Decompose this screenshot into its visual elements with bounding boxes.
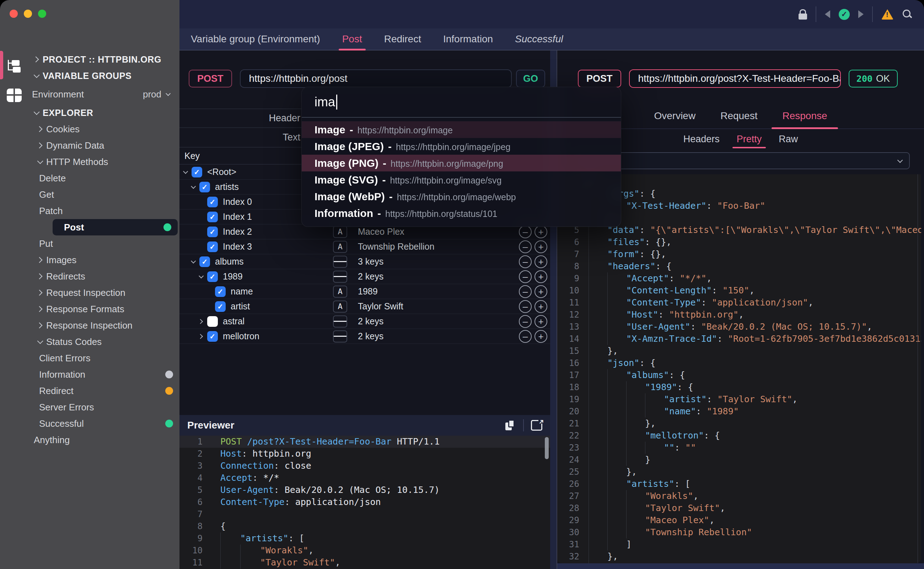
sidebar-item-cookies[interactable]: Cookies xyxy=(29,121,179,137)
status-check-icon[interactable]: ✓ xyxy=(839,9,850,20)
type-object-icon[interactable] xyxy=(333,271,347,283)
type-text-icon[interactable] xyxy=(333,241,347,253)
type-object-icon[interactable] xyxy=(333,330,347,342)
share-icon[interactable] xyxy=(531,420,542,431)
sidebar-item-status-codes[interactable]: Status Codes xyxy=(29,333,179,350)
type-object-icon[interactable] xyxy=(333,315,347,327)
chevron-down-icon[interactable] xyxy=(191,258,196,263)
chevron-down-icon[interactable] xyxy=(191,184,196,189)
sidebar-item-patch[interactable]: Patch xyxy=(29,203,179,219)
autocomplete-input[interactable]: ima xyxy=(302,87,621,118)
add-row-button[interactable]: + xyxy=(534,270,547,283)
add-row-button[interactable]: + xyxy=(534,300,547,313)
sidebar-item-project-httpbin-org[interactable]: PROJECT :: HTTPBIN.ORG xyxy=(29,51,179,68)
checkbox[interactable] xyxy=(207,331,218,342)
autocomplete-item-image-png[interactable]: Image (PNG)-https://httpbin.org/image/pn… xyxy=(302,155,621,171)
sidebar-item-http-methods[interactable]: HTTP Methods xyxy=(29,154,179,170)
chevron-down-icon[interactable] xyxy=(183,169,188,173)
checkbox[interactable] xyxy=(207,316,218,327)
response-tab-request[interactable]: Request xyxy=(716,103,762,128)
response-subtab-raw[interactable]: Raw xyxy=(777,129,799,149)
type-text-icon[interactable] xyxy=(333,286,347,298)
sidebar-item-request-inspection[interactable]: Request Inspection xyxy=(29,284,179,301)
sidebar-rail-variables[interactable] xyxy=(0,88,29,102)
sidebar-item-variable-groups[interactable]: VARIABLE GROUPS xyxy=(29,68,179,84)
chevron-right-icon[interactable] xyxy=(198,333,203,339)
checkbox[interactable] xyxy=(207,197,218,207)
type-text-icon[interactable] xyxy=(333,301,347,313)
add-row-button[interactable]: + xyxy=(534,240,547,253)
remove-row-button[interactable]: – xyxy=(519,256,532,268)
tree-key-cell[interactable]: mellotron xyxy=(179,331,333,342)
remove-row-button[interactable]: – xyxy=(519,300,532,313)
search-icon[interactable] xyxy=(902,9,913,20)
tree-value-cell[interactable]: 2 keys xyxy=(347,271,519,281)
previewer-scrollbar[interactable] xyxy=(545,437,549,459)
sidebar-item-response-formats[interactable]: Response Formats xyxy=(29,301,179,317)
sidebar-item-delete[interactable]: Delete xyxy=(29,170,179,186)
warning-icon[interactable] xyxy=(882,9,894,20)
sidebar-item-put[interactable]: Put xyxy=(29,236,179,252)
sidebar-item-explorer[interactable]: EXPLORER xyxy=(29,105,179,121)
tree-value-cell[interactable]: Maceo Plex xyxy=(347,227,519,237)
sidebar-item-redirects[interactable]: Redirects xyxy=(29,268,179,284)
add-row-button[interactable]: + xyxy=(534,285,547,298)
lock-icon[interactable] xyxy=(798,14,807,20)
checkbox[interactable] xyxy=(207,271,218,282)
tab-variable-group-environment[interactable]: Variable group (Environment) xyxy=(189,29,322,50)
response-subtab-pretty[interactable]: Pretty xyxy=(735,129,763,149)
checkbox[interactable] xyxy=(215,286,226,297)
sidebar-item-post[interactable]: Post xyxy=(53,219,178,236)
add-row-button[interactable]: + xyxy=(534,225,547,238)
tree-key-cell[interactable]: astral xyxy=(179,316,333,327)
tree-value-cell[interactable]: 1989 xyxy=(347,286,519,297)
sidebar-item-server-errors[interactable]: Server Errors xyxy=(29,399,179,415)
autocomplete-item-image-webp[interactable]: Image (WebP)-https://httpbin.org/image/w… xyxy=(302,188,621,205)
tree-value-cell[interactable]: 2 keys xyxy=(347,331,519,341)
tab-post[interactable]: Post xyxy=(340,29,364,50)
checkbox[interactable] xyxy=(199,256,210,267)
zoom-window-button[interactable] xyxy=(38,10,46,18)
copy-icon[interactable] xyxy=(505,420,516,431)
go-button[interactable]: GO xyxy=(516,70,545,87)
tree-value-cell[interactable]: Township Rebellion xyxy=(347,242,519,252)
tree-key-cell[interactable]: albums xyxy=(179,256,333,267)
autocomplete-item-image[interactable]: Image-https://httpbin.org/image xyxy=(302,121,621,138)
tree-key-cell[interactable]: Index 3 xyxy=(179,242,333,252)
sidebar-item-images[interactable]: Images xyxy=(29,252,179,268)
autocomplete-item-information[interactable]: Information-https://httpbin.org/status/1… xyxy=(302,205,621,222)
request-url-input[interactable]: https://httpbin.org/post xyxy=(240,69,512,88)
response-tab-response[interactable]: Response xyxy=(778,103,831,128)
tree-value-cell[interactable]: 2 keys xyxy=(347,316,519,327)
environment-value[interactable]: prod xyxy=(143,89,174,100)
tree-key-cell[interactable]: 1989 xyxy=(179,271,333,282)
sidebar-item-information[interactable]: Information xyxy=(29,366,179,383)
response-tab-overview[interactable]: Overview xyxy=(649,103,700,128)
sidebar-item-successful[interactable]: Successful xyxy=(29,415,179,432)
add-row-button[interactable]: + xyxy=(534,315,547,328)
checkbox[interactable] xyxy=(215,301,226,312)
tree-value-cell[interactable]: 3 keys xyxy=(347,256,519,267)
tree-key-cell[interactable]: name xyxy=(179,286,333,297)
nav-forward-icon[interactable] xyxy=(858,10,863,18)
type-object-icon[interactable] xyxy=(333,256,347,268)
autocomplete-item-image-svg[interactable]: Image (SVG)-https://httpbin.org/image/sv… xyxy=(302,171,621,188)
sidebar-item-dynamic-data[interactable]: Dynamic Data xyxy=(29,137,179,154)
remove-row-button[interactable]: – xyxy=(519,270,532,283)
sidebar-item-environment[interactable]: Environmentprod xyxy=(29,86,179,102)
remove-row-button[interactable]: – xyxy=(519,285,532,298)
close-window-button[interactable] xyxy=(10,10,18,18)
remove-row-button[interactable]: – xyxy=(519,240,532,253)
sidebar-rail-explorer[interactable] xyxy=(0,53,29,78)
tab-information[interactable]: Information xyxy=(441,29,495,50)
tab-redirect[interactable]: Redirect xyxy=(382,29,423,50)
response-scrollbar-track[interactable] xyxy=(918,174,918,563)
request-method-badge[interactable]: POST xyxy=(189,70,232,87)
sidebar-item-redirect[interactable]: Redirect xyxy=(29,383,179,399)
checkbox[interactable] xyxy=(207,242,218,252)
remove-row-button[interactable]: – xyxy=(519,330,532,343)
type-text-icon[interactable] xyxy=(333,226,347,238)
response-filter-select[interactable] xyxy=(571,152,910,169)
checkbox[interactable] xyxy=(199,182,210,192)
sidebar-item-anything[interactable]: Anything xyxy=(29,432,179,448)
